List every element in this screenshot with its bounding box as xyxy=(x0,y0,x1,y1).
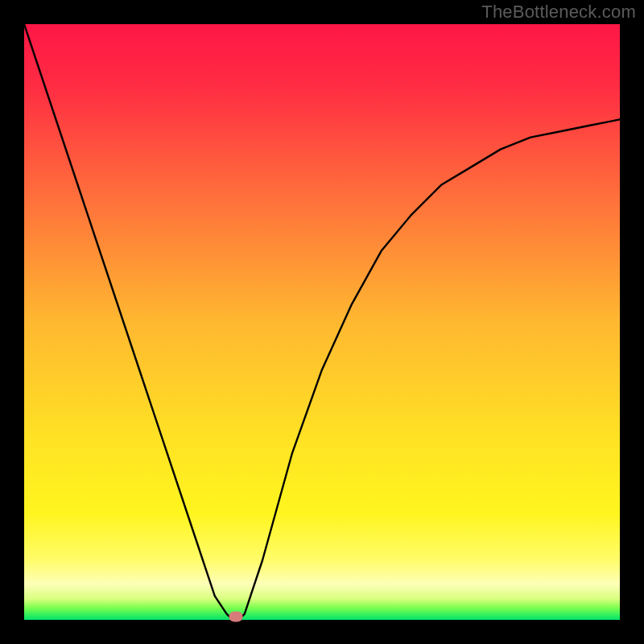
chart-plot-area xyxy=(24,24,620,620)
chart-curve xyxy=(24,24,620,620)
watermark-text: TheBottleneck.com xyxy=(481,2,636,23)
optimum-marker xyxy=(229,612,242,622)
chart-frame: TheBottleneck.com xyxy=(0,0,644,644)
bottleneck-curve-path xyxy=(24,24,620,620)
